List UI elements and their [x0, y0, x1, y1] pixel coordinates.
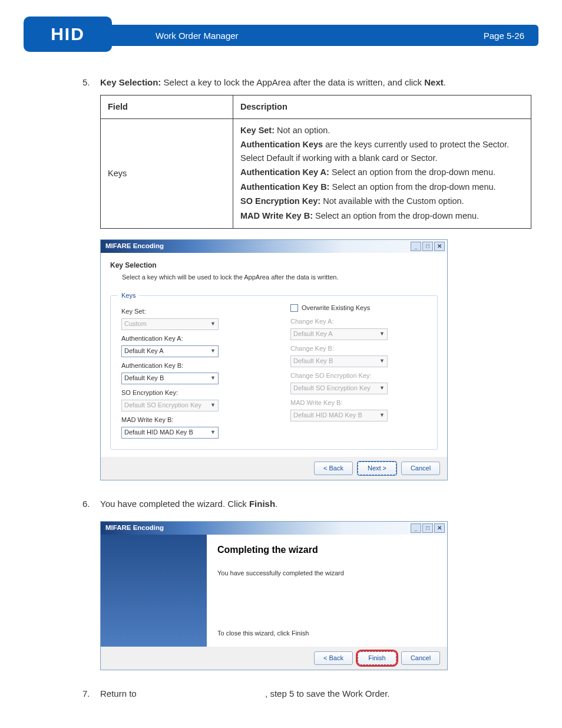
- changeSO-combo[interactable]: Default SO Encryption Key▼: [290, 383, 388, 394]
- mifare-key-selection-dialog: MIFARE Encoding _ □ ✕ Key Selection Sele…: [100, 239, 448, 480]
- step-7: Return to , step 5 to save the Work Orde…: [31, 687, 531, 700]
- chevron-down-icon: ▼: [379, 330, 385, 338]
- th-description: Description: [233, 95, 531, 118]
- brand-logo: HID: [24, 17, 112, 52]
- d4r: Select an option from the drop-down menu…: [329, 182, 495, 192]
- back-button[interactable]: < Back: [314, 651, 353, 665]
- so-label: SO Encryption Key:: [121, 388, 257, 398]
- overwrite-checkbox[interactable]: Overwrite Existing Keys: [290, 303, 427, 313]
- chevron-down-icon: ▼: [210, 320, 216, 328]
- dialog1-section-sub: Select a key which will be used to lock …: [122, 272, 438, 282]
- d6b: MAD Write Key B:: [240, 211, 313, 220]
- maximize-icon[interactable]: □: [422, 242, 433, 251]
- d2b: Authentication Keys: [240, 140, 323, 149]
- wizard-complete-body: You have successfully completed the wiza…: [217, 568, 437, 578]
- d6r: Select an option from the drop-down menu…: [313, 211, 479, 220]
- chevron-down-icon: ▼: [210, 401, 216, 410]
- step5-intro-text: Select a key to lock the AppArea after t…: [161, 77, 424, 87]
- d1r: Not an option.: [275, 126, 330, 135]
- cancel-button[interactable]: Cancel: [401, 651, 440, 665]
- d3r: Select an option from the drop-down menu…: [329, 167, 495, 177]
- wizard-main-panel: Completing the wizard You have successfu…: [207, 535, 447, 647]
- step7-text-a: Return to: [100, 689, 139, 699]
- step-5: Key Selection: Select a key to lock the …: [31, 75, 531, 480]
- d4b: Authentication Key B:: [240, 182, 329, 192]
- so-combo[interactable]: Default SO Encryption Key▼: [121, 400, 219, 411]
- changeB-label: Change Key B:: [290, 344, 427, 354]
- close-icon[interactable]: ✕: [434, 523, 445, 533]
- dialog1-title: MIFARE Encoding: [105, 241, 164, 252]
- page-header: HID Work Order Manager Page 5-26: [24, 17, 538, 52]
- step7-text-b: , step 5 to save the Work Order.: [265, 689, 390, 699]
- chevron-down-icon: ▼: [379, 357, 385, 365]
- so-value: Default SO Encryption Key: [124, 400, 201, 410]
- chevron-down-icon: ▼: [379, 411, 385, 420]
- next-button[interactable]: Next >: [358, 462, 396, 475]
- step6-text-b: Finish: [249, 499, 275, 509]
- dialog1-titlebar: MIFARE Encoding _ □ ✕: [101, 240, 447, 253]
- madR-label: MAD Write Key B:: [290, 398, 427, 408]
- header-title: Work Order Manager: [156, 31, 239, 41]
- dialog2-title: MIFARE Encoding: [105, 523, 164, 533]
- row-keys-desc: Key Set: Not an option. Authentication K…: [233, 118, 531, 228]
- dialog1-button-bar: < Back Next > Cancel: [101, 457, 447, 480]
- madR-combo[interactable]: Default HID MAD Key B▼: [290, 410, 388, 421]
- mad-combo[interactable]: Default HID MAD Key B▼: [121, 427, 219, 439]
- changeB-combo[interactable]: Default Key B▼: [290, 355, 388, 367]
- back-button[interactable]: < Back: [314, 462, 353, 475]
- minimize-icon[interactable]: _: [411, 523, 421, 533]
- step5-intro-next: Next: [424, 77, 444, 87]
- authB-label: Authentication Key B:: [121, 361, 257, 371]
- authA-combo[interactable]: Default Key A▼: [121, 345, 219, 357]
- d5b: SO Encryption Key:: [240, 196, 320, 206]
- step5-intro-bold: Key Selection:: [100, 77, 161, 87]
- chevron-down-icon: ▼: [210, 374, 216, 383]
- step6-text-c: .: [275, 499, 277, 509]
- wizard-side-panel: [101, 535, 207, 647]
- keyset-label: Key Set:: [121, 307, 257, 317]
- authA-value: Default Key A: [124, 346, 164, 356]
- wizard-close-hint: To close this wizard, click Finish: [217, 628, 309, 638]
- chevron-down-icon: ▼: [210, 347, 216, 355]
- overwrite-label: Overwrite Existing Keys: [302, 303, 370, 313]
- step-6: You have completed the wizard. Click Fin…: [31, 497, 531, 670]
- wizard-complete-heading: Completing the wizard: [217, 543, 437, 558]
- dialog2-button-bar: < Back Finish Cancel: [101, 647, 447, 670]
- d1b: Key Set:: [240, 126, 275, 135]
- maximize-icon[interactable]: □: [422, 523, 433, 533]
- authB-value: Default Key B: [124, 373, 164, 383]
- key-description-table: Field Description Keys Key Set: Not an o…: [100, 95, 531, 229]
- keys-group: Keys Key Set: Custom▼ Authentication Key…: [110, 295, 438, 450]
- minimize-icon[interactable]: _: [411, 242, 421, 251]
- dialog1-section-title: Key Selection: [110, 260, 438, 271]
- changeA-label: Change Key A:: [290, 317, 427, 327]
- dialog2-titlebar: MIFARE Encoding _ □ ✕: [101, 522, 447, 535]
- d5r: Not available with the Custom option.: [320, 196, 464, 206]
- d3b: Authentication Key A:: [240, 167, 329, 177]
- changeB-value: Default Key B: [293, 356, 333, 366]
- checkbox-icon: [290, 304, 298, 312]
- changeSO-label: Change SO Encryption Key:: [290, 371, 427, 381]
- authA-label: Authentication Key A:: [121, 334, 257, 344]
- keyset-combo[interactable]: Custom▼: [121, 318, 219, 330]
- changeSO-value: Default SO Encryption Key: [293, 383, 371, 393]
- chevron-down-icon: ▼: [379, 384, 385, 393]
- mad-value: Default HID MAD Key B: [124, 427, 193, 437]
- changeA-value: Default Key A: [293, 329, 333, 339]
- close-icon[interactable]: ✕: [434, 242, 445, 251]
- mad-label: MAD Write Key B:: [121, 415, 257, 425]
- header-banner: Work Order Manager Page 5-26: [108, 25, 538, 46]
- th-field: Field: [101, 95, 233, 118]
- chevron-down-icon: ▼: [210, 429, 216, 437]
- keyset-value: Custom: [124, 319, 147, 329]
- cancel-button[interactable]: Cancel: [401, 462, 440, 475]
- mifare-complete-dialog: MIFARE Encoding _ □ ✕ Completing the wiz…: [100, 521, 448, 670]
- finish-button[interactable]: Finish: [358, 651, 396, 665]
- keys-group-legend: Keys: [118, 291, 139, 301]
- row-keys-field: Keys: [101, 118, 233, 228]
- step5-intro-dot: .: [444, 77, 446, 87]
- authB-combo[interactable]: Default Key B▼: [121, 373, 219, 384]
- changeA-combo[interactable]: Default Key A▼: [290, 328, 388, 340]
- madR-value: Default HID MAD Key B: [293, 410, 362, 420]
- step6-text-a: You have completed the wizard. Click: [100, 499, 249, 509]
